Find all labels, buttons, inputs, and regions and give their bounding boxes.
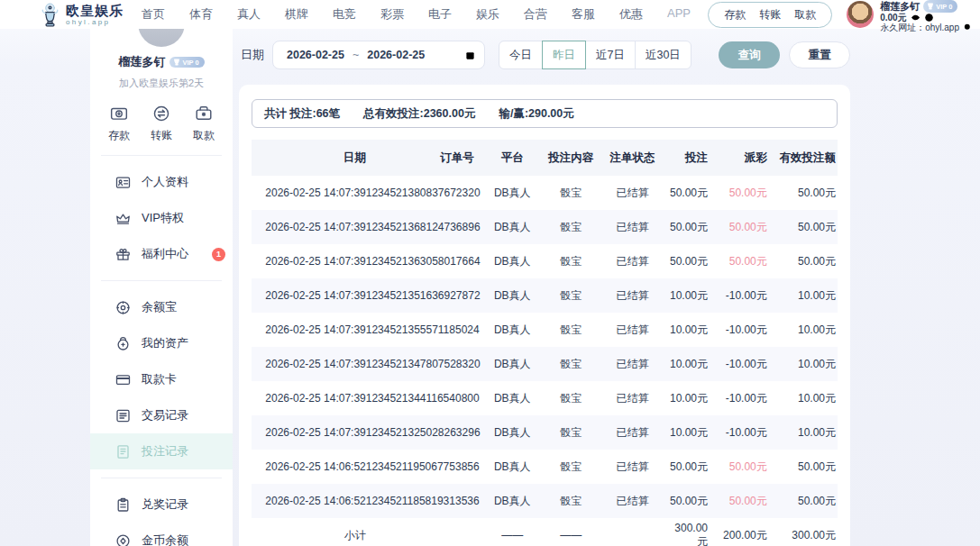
sidebar-item-label: VIP特权 <box>142 210 184 226</box>
sidebar-item-bet-records[interactable]: 投注记录 <box>90 433 233 469</box>
nav-item[interactable]: 合营 <box>524 6 547 23</box>
summary-part: 输/赢:290.00元 <box>499 106 573 122</box>
cell-status: 已结算 <box>600 313 665 347</box>
sidebar-item-bank-card[interactable]: 取款卡 <box>90 361 233 397</box>
sidebar-item-gift[interactable]: 福利中心1 <box>90 236 233 272</box>
deposit-icon <box>110 105 128 123</box>
cell-status: 已结算 <box>600 176 665 210</box>
date-from: 2026-02-25 <box>287 49 344 61</box>
sidebar-item-label: 我的资产 <box>142 335 188 351</box>
sidebar-item-vip-crown[interactable]: VIP特权 <box>90 200 233 236</box>
coin-icon <box>115 533 131 546</box>
search-icon[interactable] <box>963 23 973 32</box>
eye-icon[interactable] <box>911 13 920 23</box>
reset-button[interactable]: 重置 <box>789 41 850 68</box>
cell-content: 骰宝 <box>542 278 600 313</box>
cell-status: 已结算 <box>600 484 665 518</box>
table-row: 2026-02-25 14:06:521234521195067753856DB… <box>252 450 838 484</box>
topbar: 欧皇娱乐 ohyl.app 首页体育真人棋牌电竞彩票电子娱乐合营客服优惠APP … <box>0 0 980 29</box>
cell-date: 2026-02-25 14:07:39 <box>252 278 366 313</box>
range-preset-button[interactable]: 今日 <box>499 41 543 69</box>
calendar-icon[interactable] <box>465 50 475 60</box>
vip-trophy-icon <box>173 59 180 66</box>
subtotal-row: 小计————300.00元200.00元300.00元 <box>252 518 838 546</box>
range-preset-button[interactable]: 近30日 <box>635 41 691 69</box>
cell-bet: 10.00元 <box>664 415 720 450</box>
table-row: 2026-02-25 14:07:391234521355571185024DB… <box>252 313 838 347</box>
column-header: 平台 <box>483 140 542 176</box>
transfer-icon <box>152 105 170 123</box>
nav-item[interactable]: 电子 <box>428 6 452 23</box>
nav-item[interactable]: 体育 <box>189 6 213 23</box>
nav-item[interactable]: 彩票 <box>380 6 404 23</box>
quick-action-deposit[interactable]: 存款 <box>108 105 130 143</box>
cell-valid: 300.00元 <box>776 518 838 546</box>
cell-payout: -10.00元 <box>720 313 776 347</box>
nav-item[interactable]: 优惠 <box>619 6 643 23</box>
sidebar-item-label: 取款卡 <box>142 371 177 387</box>
cell-valid: 10.00元 <box>776 415 838 450</box>
cell-payout: 50.00元 <box>720 210 776 244</box>
date-separator: ~ <box>353 49 359 61</box>
wallet-action[interactable]: 存款 <box>724 7 746 23</box>
quick-action-label: 取款 <box>193 128 215 143</box>
cell-content: 骰宝 <box>542 450 600 484</box>
bet-records-table: 日期订单号平台投注内容注单状态投注派彩有效投注额 2026-02-25 14:0… <box>252 140 838 546</box>
cell-bet: 50.00元 <box>664 450 720 484</box>
cell-platform: DB真人 <box>483 450 542 484</box>
table-row: 2026-02-25 14:07:391234521347807528320DB… <box>252 347 838 381</box>
cell-valid: 10.00元 <box>776 381 838 415</box>
logo[interactable]: 欧皇娱乐 ohyl.app <box>40 3 124 27</box>
quick-action-withdraw[interactable]: 取款 <box>193 105 215 143</box>
page: 欧皇娱乐 ohyl.app 首页体育真人棋牌电竞彩票电子娱乐合营客服优惠APP … <box>0 0 980 546</box>
nav-item[interactable]: 棋牌 <box>285 6 308 23</box>
cell-valid: 10.00元 <box>776 347 838 381</box>
wallet-action[interactable]: 转账 <box>759 7 781 23</box>
nav-item[interactable]: 娱乐 <box>476 6 499 23</box>
nav-item[interactable]: APP <box>667 6 691 23</box>
wallet-action[interactable]: 取款 <box>794 7 816 23</box>
sidebar-item-redeem[interactable]: 兑奖记录 <box>90 487 233 523</box>
withdraw-icon <box>195 105 213 123</box>
cell-status: 已结算 <box>600 415 665 450</box>
cell-bet: 10.00元 <box>664 381 720 415</box>
cell-order: 1234521351636927872 <box>366 278 483 313</box>
cell-order: 1234521363058017664 <box>366 244 483 278</box>
quick-action-transfer[interactable]: 转账 <box>151 105 172 143</box>
sidebar-item-yuebao[interactable]: 余额宝 <box>90 289 233 325</box>
topbar-right: 存款转账取款 榴莲多钉 VIP 0 <box>708 0 980 32</box>
sidebar-item-label: 兑奖记录 <box>142 496 188 513</box>
cell-status: 已结算 <box>600 244 665 278</box>
cell-platform: DB真人 <box>483 484 542 518</box>
circle-chevron-icon[interactable] <box>924 13 934 23</box>
query-button[interactable]: 查询 <box>719 41 780 68</box>
logo-subtitle: ohyl.app <box>66 19 124 26</box>
quick-action-label: 转账 <box>151 128 172 143</box>
cell-order: 1234521185819313536 <box>366 484 483 518</box>
nav-item[interactable]: 电竞 <box>333 6 356 23</box>
cell-bet: 10.00元 <box>664 313 720 347</box>
cell-payout: 200.00元 <box>720 518 776 546</box>
sidebar-item-assets[interactable]: 我的资产 <box>90 325 233 361</box>
sidebar-item-profile[interactable]: 个人资料 <box>90 164 233 200</box>
sidebar-item-transactions[interactable]: 交易记录 <box>90 397 233 433</box>
cell-platform: DB真人 <box>483 176 542 210</box>
cell-bet: 50.00元 <box>664 484 720 518</box>
range-preset-button[interactable]: 近7日 <box>585 41 636 69</box>
cell-content: 骰宝 <box>542 244 600 278</box>
date-range-input[interactable]: 2026-02-25 ~ 2026-02-25 <box>272 41 485 69</box>
range-preset-button[interactable]: 昨日 <box>542 41 586 69</box>
cell-order: 1234521347807528320 <box>366 347 483 381</box>
sidebar-item-coin[interactable]: 金币余额 <box>90 523 233 546</box>
nav-item[interactable]: 真人 <box>237 6 261 23</box>
nav-item[interactable]: 首页 <box>142 6 165 23</box>
avatar[interactable] <box>847 1 874 28</box>
column-header: 日期 <box>252 140 366 176</box>
cell-date: 小计 <box>252 518 366 546</box>
join-days-text: 加入欧皇娱乐第2天 <box>90 77 233 90</box>
cell-payout: -10.00元 <box>720 347 776 381</box>
nav-item[interactable]: 客服 <box>572 6 595 23</box>
date-label: 日期 <box>241 47 264 63</box>
cell-order: 1234521380837672320 <box>366 176 483 210</box>
summary-bar: 共计 投注:66笔总有效投注:2360.00元输/赢:290.00元 <box>252 99 838 128</box>
